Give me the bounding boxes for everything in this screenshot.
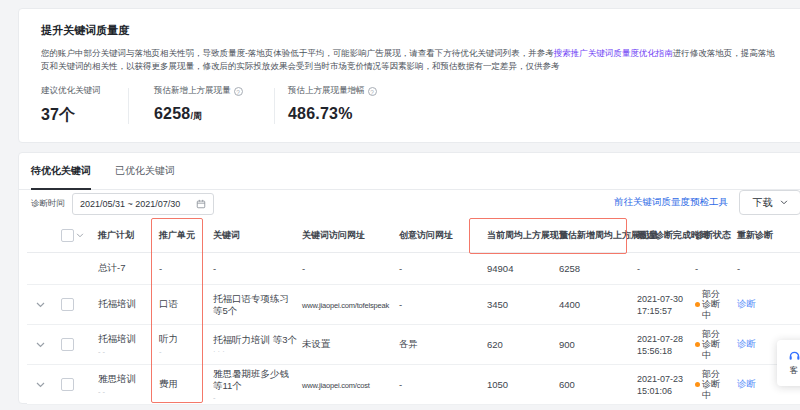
- cell-plan: 雅思培训- -: [87, 373, 153, 396]
- cell-creative-url: 各异: [393, 338, 471, 351]
- optimization-guide-link[interactable]: 搜索推广关键词质量度优化指南: [554, 48, 673, 58]
- cell-diagnosis-status: -: [695, 263, 729, 274]
- column-header-creative-url: 创意访问网址: [393, 230, 471, 241]
- cell-plan: 托福培训: [87, 298, 153, 311]
- status-dot-icon: [695, 382, 700, 387]
- customer-service-widget[interactable]: 客: [777, 340, 800, 386]
- date-range-value: 2021/05/31 ~ 2021/07/30: [80, 199, 180, 209]
- status-dot-icon: [695, 342, 700, 347]
- page-title: 提升关键词质量度: [41, 23, 800, 38]
- table-row: 雅思培训- -费用雅思暑期班多少钱等11个-www.jiaopei.com/co…: [27, 365, 800, 405]
- keyword-quality-summary-card: 提升关键词质量度 您的账户中部分关键词与落地页相关性弱，导致质量度-落地页体验低…: [18, 8, 800, 143]
- cell-expand: [27, 299, 57, 310]
- cell-expand: [27, 339, 57, 350]
- stat-divider: [274, 88, 275, 124]
- expand-row-chevron-icon[interactable]: [36, 382, 45, 388]
- cell-rediagnose: -: [729, 263, 800, 274]
- cell-keyword: 托福听力培训 等3个· · ·: [199, 334, 297, 356]
- cell-diagnosis-status: 部分诊断中: [695, 329, 729, 361]
- info-icon[interactable]: ?: [368, 87, 377, 96]
- cell-creative-url: -: [393, 299, 471, 310]
- description-line1: 您的账户中部分关键词与落地页相关性弱，导致质量度-落地页体验低于平均，可能影响广…: [41, 47, 800, 60]
- cell-last-diagnosis-time: 2021-07-2815:56:18: [637, 333, 695, 357]
- column-header-diagnosis-status: 诊断状态: [695, 230, 729, 241]
- stat-estimated-new-impressions: 预估新增上方展现量? 6258/周: [154, 85, 264, 123]
- column-header-estimated-impressions: 预估新增周均上方展现量: [551, 230, 623, 241]
- cell-diagnosis-status: 部分诊断中: [695, 369, 729, 401]
- cell-last-diagnosis-time: -: [637, 263, 695, 275]
- column-header-keyword-url: 关键词访问网址: [297, 230, 393, 241]
- rediagnose-link[interactable]: 诊断: [737, 378, 756, 389]
- status-text: 部分诊断中: [702, 289, 720, 321]
- cell-diagnosis-status: 部分诊断中: [695, 289, 729, 321]
- cell-estimated-impressions: 900: [551, 339, 623, 350]
- headset-icon: [788, 349, 800, 362]
- customer-service-label: 客: [790, 365, 799, 377]
- expand-row-chevron-icon[interactable]: [36, 342, 45, 348]
- rediagnose-link[interactable]: 诊断: [737, 338, 756, 349]
- cell-sub-text: -: [159, 348, 199, 356]
- download-button[interactable]: 下载: [739, 190, 800, 215]
- select-all-checkbox[interactable]: [61, 229, 74, 242]
- keywords-table: 推广计划 推广单元 关键词 关键词访问网址 创意访问网址 当前周均上方展现量 预…: [27, 219, 800, 405]
- cell-creative-url: -: [393, 379, 471, 390]
- column-header-plan: 推广计划: [87, 230, 153, 241]
- cell-current-impressions: 620: [471, 339, 551, 350]
- cell-keyword-url: 未设置: [297, 338, 393, 351]
- stat-unit: /周: [190, 111, 202, 121]
- status-dot-icon: [695, 302, 700, 307]
- cell-current-impressions: 1050: [471, 379, 551, 390]
- date-range-input[interactable]: 2021/05/31 ~ 2021/07/30: [72, 193, 214, 215]
- cell-sub-text: - -: [98, 388, 153, 396]
- table-total-row: 总计-7----949046258---: [27, 253, 800, 285]
- column-header-last-diagnosis-time: 最近诊断完成时间: [637, 230, 695, 241]
- cell-unit: 费用: [153, 378, 199, 391]
- cell-estimated-impressions: 600: [551, 379, 623, 390]
- cell-keyword-url: -: [297, 263, 393, 274]
- column-header-current-impressions: 当前周均上方展现量: [471, 230, 551, 241]
- row-checkbox[interactable]: [61, 298, 74, 311]
- row-checkbox[interactable]: [61, 378, 74, 391]
- stat-suggested-keywords-value: 37个: [41, 105, 106, 126]
- tab-bar: 待优化关键词 已优化关键词: [19, 153, 800, 190]
- cell-estimated-impressions: 6258: [551, 263, 623, 274]
- stat-impression-growth: 预估上方展现量增幅? 486.73%: [288, 85, 377, 123]
- sort-descending-icon[interactable]: ↓: [628, 230, 633, 241]
- cell-checkbox: [57, 338, 87, 351]
- summary-stats: 建议优化关键词 37个 预估新增上方展现量? 6258/周 预估上方展现量增幅?…: [41, 85, 377, 126]
- calendar-icon: [196, 199, 206, 209]
- keyword-table-card: 待优化关键词 已优化关键词 诊断时间 2021/05/31 ~ 2021/07/…: [18, 152, 800, 404]
- column-header-unit: 推广单元: [153, 230, 199, 241]
- expand-row-chevron-icon[interactable]: [36, 302, 45, 308]
- row-checkbox[interactable]: [61, 338, 74, 351]
- diagnosis-time-filter: 诊断时间 2021/05/31 ~ 2021/07/30: [31, 193, 214, 215]
- column-header-keyword: 关键词: [199, 230, 297, 241]
- cell-keyword-url: www.jiaopei.com/cost: [297, 379, 393, 390]
- table-body: 总计-7----949046258---托福培训口语托福口语专项练习等5个www…: [27, 253, 800, 405]
- info-icon[interactable]: ?: [234, 87, 243, 96]
- status-text: 部分诊断中: [702, 369, 720, 401]
- tab-optimized-keywords[interactable]: 已优化关键词: [115, 153, 175, 189]
- table-toolbar-right: 前往关键词质量度预检工具 下载: [614, 190, 800, 215]
- column-header-rediagnose: 重新诊断: [729, 230, 800, 241]
- quality-precheck-tool-link[interactable]: 前往关键词质量度预检工具: [614, 196, 728, 209]
- cell-current-impressions: 3450: [471, 299, 551, 310]
- cell-sub-text: - -: [98, 348, 153, 356]
- cell-sub-text: -: [213, 394, 297, 402]
- cell-last-diagnosis-time: 2021-07-2315:01:06: [637, 373, 695, 397]
- cell-plan: 总计-7: [87, 262, 153, 275]
- cell-keyword: 托福口语专项练习等5个: [199, 293, 297, 317]
- stat-suggested-keywords: 建议优化关键词 37个: [41, 85, 106, 126]
- cell-keyword: 雅思暑期班多少钱等11个-: [199, 368, 297, 402]
- header-sort-cell: ↓: [623, 230, 637, 242]
- rediagnose-link[interactable]: 诊断: [737, 298, 756, 309]
- selection-menu-chevron-icon[interactable]: [76, 233, 84, 238]
- description-line2: 页和关键词的相关性，以获得更多展现量，修改后的实际投放效果会受到当时市场竞价情况…: [41, 60, 800, 73]
- cell-unit: -: [153, 263, 199, 274]
- cell-unit: 听力-: [153, 333, 199, 356]
- status-text: 部分诊断中: [702, 329, 720, 361]
- tab-pending-keywords[interactable]: 待优化关键词: [31, 153, 91, 189]
- cell-keyword-url: www.jiaopei.com/tofelspeak: [297, 299, 393, 310]
- diagnosis-time-label: 诊断时间: [31, 198, 65, 210]
- cell-current-impressions: 94904: [471, 263, 551, 274]
